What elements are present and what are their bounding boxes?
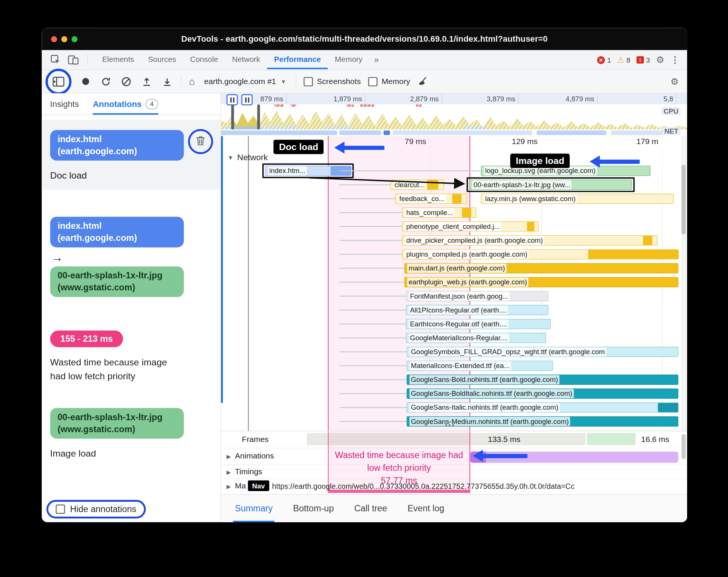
- overview-tick-line: [365, 93, 365, 105]
- cpu-track-label: CPU: [661, 107, 681, 115]
- separator: [87, 54, 88, 66]
- settings-gear-icon[interactable]: ⚙: [656, 55, 664, 65]
- memory-checkbox[interactable]: [368, 77, 378, 86]
- main-disclosure-icon[interactable]: ▶: [227, 483, 231, 490]
- overview-tick-line: [286, 93, 286, 105]
- request-tail: [339, 407, 406, 408]
- performance-toolbar: ⌂ earth.google.com #1 ▼ Screenshots Memo…: [42, 70, 687, 93]
- screenshots-checkbox-row: Screenshots: [304, 77, 361, 86]
- main-track-label[interactable]: Ma: [235, 481, 246, 491]
- overview-tick-line: [442, 93, 442, 105]
- clear-icon[interactable]: [120, 75, 133, 88]
- tab-console[interactable]: Console: [183, 50, 225, 69]
- pause-button[interactable]: [227, 94, 238, 105]
- network-track-header[interactable]: ▼ Network: [227, 153, 268, 162]
- annotation-pill[interactable]: index.html (earth.google.com): [50, 130, 184, 161]
- overview-tick-label: 879 ms: [260, 95, 283, 102]
- pause-button[interactable]: [241, 94, 253, 105]
- request-segment: [527, 222, 534, 231]
- tab-elements[interactable]: Elements: [95, 50, 141, 69]
- annotation-label: Image load: [50, 446, 176, 460]
- bottom-tab-bottom-up[interactable]: Bottom-up: [293, 495, 334, 522]
- waterfall-scrollbar[interactable]: [681, 136, 686, 431]
- bottom-tab-call-tree[interactable]: Call tree: [354, 495, 387, 522]
- device-toolbar-icon[interactable]: [67, 53, 80, 66]
- tab-insights[interactable]: Insights: [50, 99, 79, 109]
- home-icon[interactable]: ⌂: [189, 77, 195, 87]
- request-label: All1PIcons-Regular.otf (earth....: [409, 305, 508, 315]
- issues-count[interactable]: !3: [636, 56, 650, 64]
- animations-track-label[interactable]: Animations: [235, 452, 274, 461]
- download-profile-icon[interactable]: [161, 75, 174, 88]
- request-segment: [462, 208, 471, 217]
- timings-disclosure-icon[interactable]: ▶: [227, 469, 231, 476]
- warning-count[interactable]: ⚠8: [617, 56, 630, 64]
- annotation-pill[interactable]: 00-earth-splash-1x-ltr.jpg (www.gstatic.…: [50, 408, 184, 439]
- doc-load-annotation-badge[interactable]: Doc load: [274, 140, 324, 154]
- image-load-annotation-badge[interactable]: Image load: [510, 154, 570, 168]
- annotation-card[interactable]: 155 - 213 msWasted time because image ha…: [42, 320, 220, 391]
- nav-marker-chip[interactable]: Nav: [248, 481, 269, 491]
- overflow-indicator[interactable]: ...: [445, 417, 455, 428]
- selection-left-handle[interactable]: [231, 104, 234, 129]
- toggle-sidebar-icon[interactable]: [52, 75, 65, 88]
- tabbar-left-icons: [42, 53, 95, 66]
- overview-cpu-strip[interactable]: [221, 104, 687, 129]
- annotation-card[interactable]: index.html (earth.google.com)Doc load: [42, 120, 220, 190]
- separator: [181, 75, 182, 87]
- request-label: phenotype_client_compiled.j...: [405, 222, 501, 231]
- frames-duration: 133.5 ms: [488, 435, 520, 444]
- selection-right-handle[interactable]: [257, 104, 260, 129]
- tab-memory[interactable]: Memory: [328, 50, 370, 69]
- overview-dim-left: [221, 104, 231, 129]
- tab-sources[interactable]: Sources: [141, 50, 183, 69]
- annotation-pill[interactable]: 155 - 213 ms: [50, 331, 123, 347]
- request-label: GoogleMaterialIcons-Regular....: [409, 333, 509, 343]
- frames-duration-right: 16.6 ms: [641, 435, 669, 444]
- more-tabs-icon[interactable]: »: [370, 55, 384, 65]
- request-tail: [339, 282, 404, 282]
- capture-settings-gear-icon[interactable]: ⚙: [671, 77, 687, 86]
- inspect-element-icon[interactable]: [49, 53, 62, 66]
- bottom-tabbar: SummaryBottom-upCall treeEvent log: [221, 494, 687, 522]
- frames-track-label[interactable]: Frames: [242, 435, 269, 444]
- kebab-menu-icon[interactable]: ⋮: [671, 54, 680, 66]
- net-activity-segment: [537, 131, 606, 135]
- timings-track-label[interactable]: Timings: [235, 467, 262, 477]
- screenshots-checkbox[interactable]: [304, 77, 313, 86]
- network-waterfall-panel: 79 ms129 ms179 m ▼ Network index.htm...l…: [221, 136, 687, 431]
- hide-annotations-checkbox[interactable]: [56, 505, 65, 514]
- memory-label: Memory: [382, 77, 410, 86]
- warning-icon: ⚠: [617, 56, 624, 64]
- animations-disclosure-icon[interactable]: ▶: [227, 454, 231, 460]
- error-count-value: 1: [607, 56, 611, 64]
- warning-count-value: 8: [626, 56, 630, 64]
- annotation-pill[interactable]: 00-earth-splash-1x-ltr.jpg (www.gstatic.…: [50, 266, 184, 297]
- record-icon[interactable]: [79, 75, 92, 88]
- issues-icon: !: [636, 56, 644, 64]
- reload-and-record-icon[interactable]: [99, 75, 113, 88]
- timeline-overview[interactable]: 879 ms1,879 ms2,879 ms3,879 ms4,879 ms5,…: [221, 93, 687, 136]
- request-tail: [339, 226, 402, 227]
- request-label: GoogleSans-BoldItalic.nohints.ttf (earth…: [409, 389, 574, 398]
- scrollbar-thumb[interactable]: [681, 165, 686, 234]
- annotation-label: Doc load: [50, 168, 176, 182]
- annotation-highlight-ring: [188, 129, 213, 154]
- bottom-tab-summary[interactable]: Summary: [235, 495, 273, 522]
- collect-garbage-icon[interactable]: [418, 75, 431, 88]
- bottom-tab-event-log[interactable]: Event log: [408, 495, 444, 522]
- error-count[interactable]: ✕1: [597, 56, 611, 64]
- target-select[interactable]: earth.google.com #1 ▼: [202, 77, 288, 86]
- annotation-card[interactable]: 00-earth-splash-1x-ltr.jpg (www.gstatic.…: [42, 398, 220, 468]
- upload-profile-icon[interactable]: [140, 75, 153, 88]
- annotation-card[interactable]: index.html (earth.google.com)→00-earth-s…: [42, 207, 220, 305]
- network-track-label: Network: [237, 153, 268, 162]
- tracks-scrollbar-thumb[interactable]: [681, 434, 686, 459]
- tab-performance[interactable]: Performance: [267, 50, 328, 69]
- request-tail: [339, 379, 406, 380]
- delete-annotation-trash-icon[interactable]: [196, 135, 206, 148]
- tab-network[interactable]: Network: [225, 50, 267, 69]
- frames-bar-partial[interactable]: [587, 433, 636, 445]
- annotation-pill[interactable]: index.html (earth.google.com): [50, 217, 184, 248]
- tab-annotations[interactable]: Annotations 4: [93, 93, 158, 115]
